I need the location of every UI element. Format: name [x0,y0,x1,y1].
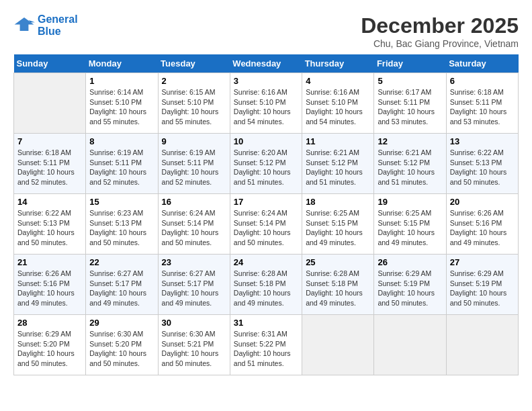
calendar-day-cell: 11Sunrise: 6:21 AMSunset: 5:12 PMDayligh… [302,134,374,194]
calendar-day-cell: 18Sunrise: 6:25 AMSunset: 5:15 PMDayligh… [302,194,374,255]
calendar-day-cell: 14Sunrise: 6:22 AMSunset: 5:13 PMDayligh… [14,194,86,255]
day-info: Sunrise: 6:25 AMSunset: 5:15 PMDaylight:… [306,208,370,248]
day-number: 30 [162,318,226,328]
calendar-day-cell: 28Sunrise: 6:29 AMSunset: 5:20 PMDayligh… [14,315,86,375]
calendar-body: 1Sunrise: 6:14 AMSunset: 5:10 PMDaylight… [14,73,519,375]
calendar-day-cell [446,315,518,375]
calendar-day-cell: 4Sunrise: 6:16 AMSunset: 5:10 PMDaylight… [302,73,374,134]
day-number: 22 [89,257,154,267]
calendar-day-cell: 30Sunrise: 6:30 AMSunset: 5:21 PMDayligh… [158,315,230,375]
weekday-header-cell: Sunday [14,54,86,73]
calendar-day-cell: 6Sunrise: 6:18 AMSunset: 5:11 PMDaylight… [446,73,518,134]
day-number: 28 [17,318,82,328]
day-number: 3 [234,76,298,86]
day-number: 31 [234,318,298,328]
calendar-day-cell: 16Sunrise: 6:24 AMSunset: 5:14 PMDayligh… [158,194,230,255]
logo: General Blue [13,13,78,38]
weekday-header-cell: Thursday [302,54,374,73]
calendar-day-cell: 25Sunrise: 6:28 AMSunset: 5:18 PMDayligh… [302,255,374,315]
day-info: Sunrise: 6:14 AMSunset: 5:10 PMDaylight:… [89,87,154,127]
page-header: General Blue December 2025 Chu, Bac Gian… [13,13,519,49]
calendar-day-cell: 27Sunrise: 6:29 AMSunset: 5:19 PMDayligh… [446,255,518,315]
day-info: Sunrise: 6:24 AMSunset: 5:14 PMDaylight:… [162,208,226,248]
day-number: 1 [89,76,154,86]
calendar-day-cell: 26Sunrise: 6:29 AMSunset: 5:19 PMDayligh… [374,255,446,315]
day-number: 10 [234,136,298,146]
day-info: Sunrise: 6:31 AMSunset: 5:22 PMDaylight:… [234,329,298,369]
day-number: 5 [378,76,442,86]
calendar-day-cell [302,315,374,375]
day-number: 23 [162,257,226,267]
calendar-day-cell: 21Sunrise: 6:26 AMSunset: 5:16 PMDayligh… [14,255,86,315]
day-number: 26 [378,257,442,267]
weekday-header-cell: Saturday [446,54,518,73]
day-info: Sunrise: 6:21 AMSunset: 5:12 PMDaylight:… [306,148,370,187]
day-info: Sunrise: 6:29 AMSunset: 5:19 PMDaylight:… [378,269,442,308]
calendar-day-cell: 1Sunrise: 6:14 AMSunset: 5:10 PMDaylight… [86,73,158,134]
day-number: 7 [17,136,82,146]
calendar-day-cell: 23Sunrise: 6:27 AMSunset: 5:17 PMDayligh… [158,255,230,315]
calendar-day-cell: 9Sunrise: 6:19 AMSunset: 5:11 PMDaylight… [158,134,230,194]
day-number: 8 [89,136,154,146]
day-number: 2 [162,76,226,86]
calendar-day-cell: 29Sunrise: 6:30 AMSunset: 5:20 PMDayligh… [86,315,158,375]
day-number: 4 [306,76,370,86]
calendar-day-cell: 24Sunrise: 6:28 AMSunset: 5:18 PMDayligh… [230,255,302,315]
day-info: Sunrise: 6:15 AMSunset: 5:10 PMDaylight:… [162,87,226,127]
calendar-day-cell: 7Sunrise: 6:18 AMSunset: 5:11 PMDaylight… [14,134,86,194]
calendar-day-cell: 13Sunrise: 6:22 AMSunset: 5:13 PMDayligh… [446,134,518,194]
day-info: Sunrise: 6:30 AMSunset: 5:21 PMDaylight:… [162,329,226,369]
day-number: 14 [17,197,82,207]
day-info: Sunrise: 6:16 AMSunset: 5:10 PMDaylight:… [306,87,370,127]
day-info: Sunrise: 6:19 AMSunset: 5:11 PMDaylight:… [162,148,226,187]
day-number: 15 [89,197,154,207]
day-info: Sunrise: 6:25 AMSunset: 5:15 PMDaylight:… [378,208,442,248]
day-info: Sunrise: 6:29 AMSunset: 5:19 PMDaylight:… [450,269,515,308]
day-number: 16 [162,197,226,207]
day-info: Sunrise: 6:21 AMSunset: 5:12 PMDaylight:… [378,148,442,187]
day-info: Sunrise: 6:23 AMSunset: 5:13 PMDaylight:… [89,208,154,248]
weekday-header-cell: Monday [86,54,158,73]
calendar-day-cell [374,315,446,375]
day-info: Sunrise: 6:27 AMSunset: 5:17 PMDaylight:… [89,269,154,308]
calendar-day-cell: 22Sunrise: 6:27 AMSunset: 5:17 PMDayligh… [86,255,158,315]
logo-text: General Blue [38,13,78,38]
day-info: Sunrise: 6:24 AMSunset: 5:14 PMDaylight:… [234,208,298,248]
day-info: Sunrise: 6:22 AMSunset: 5:13 PMDaylight:… [450,148,515,187]
day-number: 12 [378,136,442,146]
day-number: 13 [450,136,515,146]
calendar-day-cell: 31Sunrise: 6:31 AMSunset: 5:22 PMDayligh… [230,315,302,375]
weekday-header-cell: Wednesday [230,54,302,73]
calendar-day-cell: 12Sunrise: 6:21 AMSunset: 5:12 PMDayligh… [374,134,446,194]
calendar-week-row: 28Sunrise: 6:29 AMSunset: 5:20 PMDayligh… [14,315,519,375]
day-info: Sunrise: 6:28 AMSunset: 5:18 PMDaylight:… [306,269,370,308]
calendar-week-row: 21Sunrise: 6:26 AMSunset: 5:16 PMDayligh… [14,255,519,315]
calendar-day-cell: 19Sunrise: 6:25 AMSunset: 5:15 PMDayligh… [374,194,446,255]
day-number: 6 [450,76,515,86]
location-subtitle: Chu, Bac Giang Province, Vietnam [361,38,519,49]
day-number: 20 [450,197,515,207]
day-info: Sunrise: 6:18 AMSunset: 5:11 PMDaylight:… [450,87,515,127]
day-info: Sunrise: 6:19 AMSunset: 5:11 PMDaylight:… [89,148,154,187]
weekday-header-cell: Friday [374,54,446,73]
calendar-week-row: 7Sunrise: 6:18 AMSunset: 5:11 PMDaylight… [14,134,519,194]
day-number: 21 [17,257,82,267]
day-info: Sunrise: 6:18 AMSunset: 5:11 PMDaylight:… [17,148,82,187]
weekday-header-row: SundayMondayTuesdayWednesdayThursdayFrid… [14,54,519,73]
day-info: Sunrise: 6:28 AMSunset: 5:18 PMDaylight:… [234,269,298,308]
weekday-header-cell: Tuesday [158,54,230,73]
day-number: 11 [306,136,370,146]
title-area: December 2025 Chu, Bac Giang Province, V… [361,13,519,49]
day-info: Sunrise: 6:26 AMSunset: 5:16 PMDaylight:… [450,208,515,248]
day-info: Sunrise: 6:29 AMSunset: 5:20 PMDaylight:… [17,329,82,369]
calendar-day-cell: 5Sunrise: 6:17 AMSunset: 5:11 PMDaylight… [374,73,446,134]
calendar-table: SundayMondayTuesdayWednesdayThursdayFrid… [13,54,519,375]
calendar-day-cell: 2Sunrise: 6:15 AMSunset: 5:10 PMDaylight… [158,73,230,134]
day-info: Sunrise: 6:20 AMSunset: 5:12 PMDaylight:… [234,148,298,187]
logo-icon [13,15,35,36]
day-info: Sunrise: 6:27 AMSunset: 5:17 PMDaylight:… [162,269,226,308]
day-number: 25 [306,257,370,267]
day-info: Sunrise: 6:16 AMSunset: 5:10 PMDaylight:… [234,87,298,127]
day-number: 9 [162,136,226,146]
calendar-day-cell: 3Sunrise: 6:16 AMSunset: 5:10 PMDaylight… [230,73,302,134]
